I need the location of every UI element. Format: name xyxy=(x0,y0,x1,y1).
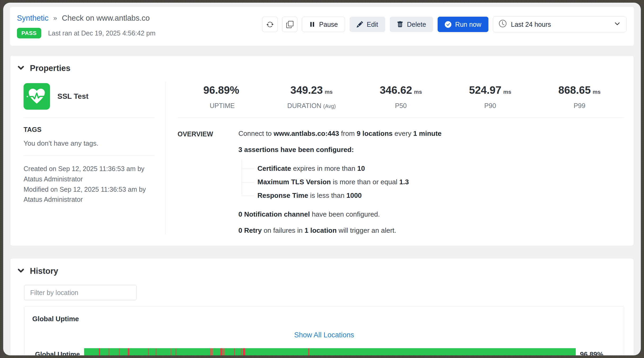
assertions-list: Certificate expires in more than 10 Maxi… xyxy=(242,162,624,202)
overview-label: OVERVIEW xyxy=(178,129,238,235)
divider xyxy=(24,155,155,156)
outage-segment xyxy=(241,348,242,355)
check-type-label: SSL Test xyxy=(57,92,88,101)
overview-row: OVERVIEW Connect to www.antlabs.co:443 f… xyxy=(178,129,624,235)
history-section: History Global Uptime Show All Locations… xyxy=(10,258,634,355)
stat-p90: 524.97ms P90 xyxy=(446,84,535,110)
stat-duration: 349.23ms DURATION (Avg) xyxy=(267,84,356,110)
stat-label: P90 xyxy=(446,102,535,110)
last-ran-text: Last ran at Dec 19, 2025 4:56:42 pm xyxy=(48,29,156,37)
clock-icon xyxy=(499,20,506,29)
collapse-icon xyxy=(17,64,25,73)
app-page: Synthetic » Check on www.antlabs.co PASS… xyxy=(3,3,641,355)
pause-button[interactable]: Pause xyxy=(302,17,345,32)
properties-left-column: SSL Test TAGS You don't have any tags. C… xyxy=(17,82,165,235)
stat-unit: ms xyxy=(325,89,333,95)
outage-segment xyxy=(243,348,245,355)
refresh-button[interactable] xyxy=(262,17,278,32)
edit-button[interactable]: Edit xyxy=(350,17,385,32)
copy-icon xyxy=(286,21,293,28)
overview-body: Connect to www.antlabs.co:443 from 9 loc… xyxy=(238,129,624,235)
assertion-item: Maximum TLS Version is more than or equa… xyxy=(242,175,624,189)
stat-unit: ms xyxy=(593,89,601,95)
stat-label: UPTIME xyxy=(178,102,267,110)
created-text: Created on Sep 12, 2025 11:36:53 am by A… xyxy=(24,164,155,184)
properties-title: Properties xyxy=(30,64,70,73)
time-range-value: Last 24 hours xyxy=(511,21,551,28)
show-all-locations-link[interactable]: Show All Locations xyxy=(24,331,624,339)
stat-value: 524.97 xyxy=(469,84,501,96)
outage-segment xyxy=(223,348,225,355)
outage-segment xyxy=(220,348,222,355)
outage-segment xyxy=(156,348,156,355)
check-circle-icon xyxy=(445,21,451,28)
status-badge: PASS xyxy=(17,28,41,38)
uptime-row-label: Global Uptime xyxy=(32,351,84,356)
outage-segment xyxy=(119,348,120,355)
toolbar: Pause Edit Delete Run now xyxy=(262,16,627,32)
status-line: PASS Last ran at Dec 19, 2025 4:56:42 pm xyxy=(17,28,155,38)
delete-button[interactable]: Delete xyxy=(390,17,433,32)
copy-button[interactable] xyxy=(282,17,297,32)
uptime-chart-row: Global Uptime 96.89% xyxy=(24,348,624,355)
header-left: Synthetic » Check on www.antlabs.co PASS… xyxy=(17,14,155,38)
outage-segment xyxy=(234,348,235,355)
run-now-button[interactable]: Run now xyxy=(438,17,488,32)
time-range-select[interactable]: Last 24 hours xyxy=(493,16,627,32)
history-title: History xyxy=(30,266,58,276)
delete-label: Delete xyxy=(407,21,426,28)
pause-label: Pause xyxy=(319,21,338,28)
outage-segment xyxy=(210,348,213,355)
assertions-heading: 3 assertions have been configured: xyxy=(238,146,624,154)
outage-segment xyxy=(128,348,129,355)
global-uptime-panel: Global Uptime Show All Locations Global … xyxy=(24,306,624,355)
collapse-icon xyxy=(17,267,25,275)
notification-line: 0 Notification channel have been configu… xyxy=(238,210,624,218)
run-now-label: Run now xyxy=(455,21,481,28)
stat-label: P50 xyxy=(356,102,446,110)
page-header: Synthetic » Check on www.antlabs.co PASS… xyxy=(10,7,634,46)
outage-segment xyxy=(148,348,149,355)
tags-empty-text: You don't have any tags. xyxy=(24,139,155,147)
history-header[interactable]: History xyxy=(17,266,624,276)
overview-connect-line: Connect to www.antlabs.co:443 from 9 loc… xyxy=(238,129,624,138)
divider xyxy=(24,118,155,118)
refresh-icon xyxy=(266,21,274,28)
stat-uptime: 96.89% UPTIME xyxy=(178,84,267,110)
stat-value: 349.23 xyxy=(291,84,323,96)
assertion-item: Response Time is less than 1000 xyxy=(242,189,624,202)
outage-segment xyxy=(308,348,309,355)
stat-unit: ms xyxy=(414,89,422,95)
location-filter-input[interactable] xyxy=(24,285,137,300)
properties-body: SSL Test TAGS You don't have any tags. C… xyxy=(17,82,624,235)
tags-title: TAGS xyxy=(24,126,155,133)
assertion-item: Certificate expires in more than 10 xyxy=(242,162,624,175)
uptime-value: 96.89% xyxy=(576,350,616,356)
trash-icon xyxy=(397,21,403,28)
page-title: Check on www.antlabs.co xyxy=(62,14,150,23)
heart-pulse-icon xyxy=(24,83,50,110)
stat-value: 346.62 xyxy=(380,84,412,96)
stat-value: 96.89% xyxy=(203,84,239,96)
stat-label: DURATION (Avg) xyxy=(267,102,356,110)
stat-unit: ms xyxy=(503,89,511,95)
outage-segment xyxy=(109,348,109,355)
pencil-icon xyxy=(357,21,363,28)
properties-right-column: 96.89% UPTIME 349.23ms DURATION (Avg) 34… xyxy=(165,82,624,235)
check-type: SSL Test xyxy=(24,83,155,110)
outage-segment xyxy=(99,348,100,355)
stats-divider xyxy=(178,118,624,118)
breadcrumb: Synthetic » Check on www.antlabs.co xyxy=(17,14,155,23)
breadcrumb-separator: » xyxy=(53,14,57,22)
pause-icon xyxy=(309,21,315,28)
stat-label: P99 xyxy=(535,102,624,110)
modified-text: Modified on Sep 12, 2025 11:36:53 am by … xyxy=(24,184,155,205)
chevron-down-icon xyxy=(614,20,620,28)
panel-title: Global Uptime xyxy=(24,315,624,323)
outage-segment xyxy=(171,348,171,355)
breadcrumb-link-synthetic[interactable]: Synthetic xyxy=(17,14,48,23)
edit-label: Edit xyxy=(367,21,378,28)
stat-value: 868.65 xyxy=(558,84,591,96)
properties-header[interactable]: Properties xyxy=(17,64,624,73)
uptime-bar xyxy=(84,348,576,355)
